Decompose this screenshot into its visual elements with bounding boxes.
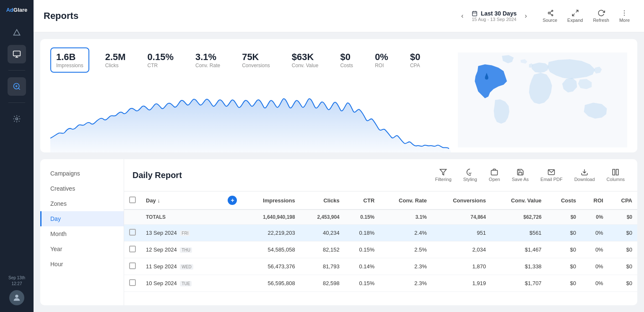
avatar[interactable] [9, 290, 24, 305]
row-date: 13 Sep 2024 FRI [141, 225, 219, 241]
svg-point-8 [16, 118, 18, 120]
select-all-checkbox[interactable] [129, 197, 136, 203]
metric-roi[interactable]: 0% ROI [369, 47, 394, 73]
table-row: 12 Sep 2024 THU 54,585,058 82,152 0.15% … [124, 241, 637, 258]
nav-item-day[interactable]: Day [40, 211, 124, 226]
sidebar-icon-settings[interactable] [8, 110, 26, 128]
main-content: Reports ‹ Last 30 Days 15 Aug - 13 Sep 2… [34, 0, 644, 312]
more-button[interactable]: More [615, 7, 634, 25]
row-roi: 0% [581, 225, 608, 241]
row-cpa: $0 [608, 275, 637, 292]
metric-ctr[interactable]: 0.15% CTR [142, 47, 179, 73]
nav-item-campaigns[interactable]: Campaigns [40, 166, 124, 181]
row-cpa: $0 [608, 241, 637, 258]
nav-item-year[interactable]: Year [40, 241, 124, 257]
row-conversions: 951 [432, 225, 491, 241]
metric-conv-value[interactable]: $63K Conv. Value [286, 47, 325, 73]
sidebar-icon-mountain[interactable] [8, 23, 26, 42]
metric-costs[interactable]: $0 Costs [334, 47, 359, 73]
row-cpa: $0 [608, 225, 637, 241]
add-column-button[interactable]: + [228, 196, 237, 205]
nav-item-hour[interactable]: Hour [40, 257, 124, 272]
totals-costs: $0 [547, 210, 581, 225]
th-clicks[interactable]: Clicks [300, 191, 345, 210]
row-conv-value: $1,707 [491, 275, 547, 292]
filtering-label: Filtering [435, 177, 452, 182]
row-clicks: 82,598 [300, 275, 345, 292]
row-conv-rate: 2.3% [379, 258, 432, 275]
page-content: 1.6B Impressions 2.5M Clicks 0.15% CTR 3… [34, 32, 644, 312]
metric-conversions[interactable]: 75K Conversions [236, 47, 276, 73]
expand-button[interactable]: Expand [563, 7, 587, 25]
save-as-button[interactable]: Save As [508, 166, 533, 184]
metric-impressions[interactable]: 1.6B Impressions [50, 47, 89, 73]
row-date: 11 Sep 2024 WED [141, 258, 219, 275]
row-checkbox[interactable] [129, 246, 136, 252]
svg-line-5 [18, 88, 20, 90]
styling-button[interactable]: Styling [459, 166, 481, 184]
totals-conv-rate: 3.1% [379, 210, 432, 225]
row-costs: $0 [547, 258, 581, 275]
nav-item-creatives[interactable]: Creatives [40, 181, 124, 196]
header-controls: ‹ Last 30 Days 15 Aug - 13 Sep 2024 › So… [457, 7, 634, 25]
svg-rect-33 [613, 169, 615, 175]
metric-cpa[interactable]: $0 CPA [404, 47, 426, 73]
svg-rect-30 [491, 170, 498, 175]
row-roi: 0% [581, 241, 608, 258]
row-conv-rate: 2.4% [379, 225, 432, 241]
row-costs: $0 [547, 275, 581, 292]
app-logo: AdGlare [6, 7, 28, 13]
metric-clicks[interactable]: 2.5M Clicks [99, 47, 132, 73]
expand-button-label: Expand [567, 18, 583, 23]
svg-point-15 [551, 10, 553, 11]
row-checkbox[interactable] [129, 279, 136, 286]
open-button[interactable]: Open [485, 166, 504, 184]
report-title: Daily Report [132, 170, 182, 180]
prev-date-button[interactable]: ‹ [457, 10, 468, 22]
nav-item-zones[interactable]: Zones [40, 196, 124, 211]
svg-rect-10 [472, 11, 477, 16]
date-preset-label: Last 30 Days [472, 10, 517, 17]
totals-conversions: 74,864 [432, 210, 491, 225]
next-date-button[interactable]: › [520, 10, 532, 22]
table-row: 11 Sep 2024 WED 56,473,376 81,793 0.14% … [124, 258, 637, 275]
table-row: 13 Sep 2024 FRI 22,219,203 40,234 0.18% … [124, 225, 637, 241]
th-cpa[interactable]: CPA [608, 191, 637, 210]
refresh-button[interactable]: Refresh [589, 7, 613, 25]
row-checkbox[interactable] [129, 262, 136, 269]
svg-marker-0 [14, 29, 20, 35]
svg-point-16 [551, 15, 553, 16]
th-roi[interactable]: ROI [581, 191, 608, 210]
open-label: Open [489, 177, 500, 182]
th-ctr[interactable]: CTR [345, 191, 379, 210]
world-map [458, 50, 627, 150]
stats-left: 1.6B Impressions 2.5M Clicks 0.15% CTR 3… [50, 47, 451, 152]
th-impressions[interactable]: Impressions [242, 191, 300, 210]
th-conv-rate[interactable]: Conv. Rate [379, 191, 432, 210]
more-button-label: More [619, 18, 630, 23]
table-header-row: Day ↓ + Impressions Clicks CTR Conv. Rat… [124, 191, 637, 210]
row-conversions: 2,034 [432, 241, 491, 258]
nav-item-month[interactable]: Month [40, 226, 124, 241]
source-button[interactable]: Source [538, 7, 561, 25]
stats-card: 1.6B Impressions 2.5M Clicks 0.15% CTR 3… [40, 39, 637, 152]
th-checkbox [124, 191, 141, 210]
columns-button[interactable]: Columns [602, 166, 629, 184]
sidebar-icon-monitor[interactable] [8, 45, 26, 63]
th-conv-value[interactable]: Conv. Value [491, 191, 547, 210]
email-pdf-button[interactable]: Email PDF [536, 166, 567, 184]
sidebar-icon-analytics[interactable] [8, 77, 26, 96]
th-costs[interactable]: Costs [547, 191, 581, 210]
report-area: Daily Report Filtering Styling Open [124, 159, 637, 305]
metric-conv-rate[interactable]: 3.1% Conv. Rate [190, 47, 226, 73]
filtering-button[interactable]: Filtering [431, 166, 456, 184]
row-checkbox[interactable] [129, 229, 136, 236]
svg-point-21 [624, 10, 625, 11]
th-conversions[interactable]: Conversions [432, 191, 491, 210]
download-button[interactable]: Download [570, 166, 599, 184]
svg-line-17 [550, 11, 551, 13]
th-day[interactable]: Day ↓ [141, 191, 219, 210]
row-clicks: 81,793 [300, 258, 345, 275]
row-clicks: 82,152 [300, 241, 345, 258]
row-roi: 0% [581, 275, 608, 292]
